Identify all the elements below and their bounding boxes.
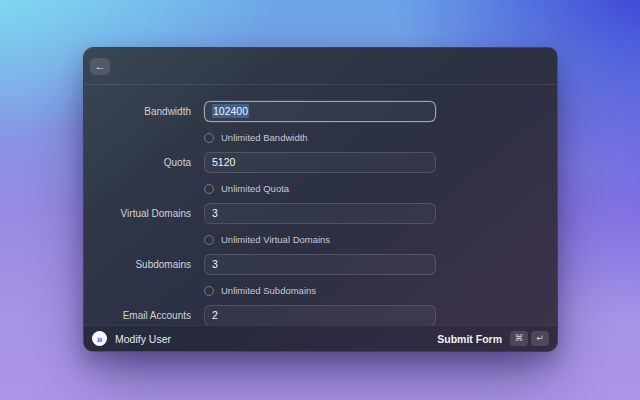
subdomains-row: Subdomains 3 <box>84 253 557 275</box>
unlimited-subdomains-label[interactable]: Unlimited Subdomains <box>221 285 316 296</box>
virtual-domains-input[interactable]: 3 <box>204 203 436 224</box>
desktop-background: ← Bandwidth 102400 Unlimited Bandwidth Q… <box>0 0 640 400</box>
unlimited-virtual-domains-row: Unlimited Virtual Domains <box>204 234 557 245</box>
subdomains-value: 3 <box>212 258 218 270</box>
virtual-domains-value: 3 <box>212 207 218 219</box>
email-accounts-row: Email Accounts 2 <box>84 304 557 325</box>
subdomains-input[interactable]: 3 <box>204 254 436 275</box>
form-window: ← Bandwidth 102400 Unlimited Bandwidth Q… <box>83 47 558 352</box>
unlimited-quota-label[interactable]: Unlimited Quota <box>221 183 289 194</box>
quota-row: Quota 5120 <box>84 151 557 173</box>
return-key-icon: ↵ <box>531 331 549 346</box>
bandwidth-label: Bandwidth <box>84 106 191 117</box>
submit-form-button[interactable]: Submit Form ⌘ ↵ <box>437 331 549 346</box>
unlimited-virtual-domains-label[interactable]: Unlimited Virtual Domains <box>221 234 330 245</box>
virtual-domains-label: Virtual Domains <box>84 208 191 219</box>
window-footer: » Modify User Submit Form ⌘ ↵ <box>84 325 557 351</box>
unlimited-bandwidth-label[interactable]: Unlimited Bandwidth <box>221 132 308 143</box>
unlimited-subdomains-checkbox[interactable] <box>204 286 214 296</box>
quota-label: Quota <box>84 157 191 168</box>
subdomains-label: Subdomains <box>84 259 191 270</box>
unlimited-bandwidth-row: Unlimited Bandwidth <box>204 132 557 143</box>
virtual-domains-row: Virtual Domains 3 <box>84 202 557 224</box>
command-key-icon: ⌘ <box>510 331 528 346</box>
unlimited-subdomains-row: Unlimited Subdomains <box>204 285 557 296</box>
app-logo-icon: » <box>92 331 107 346</box>
email-accounts-input[interactable]: 2 <box>204 305 436 326</box>
quota-value: 5120 <box>212 156 235 168</box>
command-title: Modify User <box>115 333 171 345</box>
quota-input[interactable]: 5120 <box>204 152 436 173</box>
email-accounts-value: 2 <box>212 309 218 321</box>
bandwidth-value: 102400 <box>212 104 249 118</box>
back-button[interactable]: ← <box>90 58 110 75</box>
unlimited-quota-row: Unlimited Quota <box>204 183 557 194</box>
unlimited-bandwidth-checkbox[interactable] <box>204 133 214 143</box>
email-accounts-label: Email Accounts <box>84 310 191 321</box>
bandwidth-row: Bandwidth 102400 <box>84 100 557 122</box>
bandwidth-input[interactable]: 102400 <box>204 101 436 122</box>
submit-form-label: Submit Form <box>437 333 502 345</box>
unlimited-quota-checkbox[interactable] <box>204 184 214 194</box>
back-arrow-icon: ← <box>95 58 106 74</box>
window-header: ← <box>84 48 557 85</box>
form: Bandwidth 102400 Unlimited Bandwidth Quo… <box>84 85 557 325</box>
unlimited-virtual-domains-checkbox[interactable] <box>204 235 214 245</box>
